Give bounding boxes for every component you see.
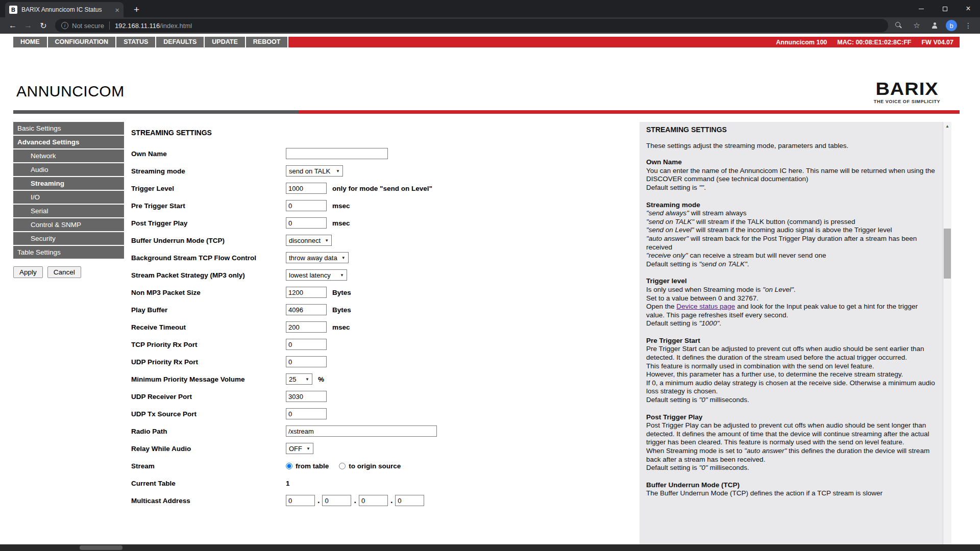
device-fw: FW V04.07: [921, 39, 953, 46]
help-text: .: [704, 184, 706, 191]
reload-button[interactable]: ↻: [36, 21, 51, 31]
zoom-button[interactable]: [892, 19, 905, 32]
sidebar-item-network[interactable]: Network: [13, 149, 124, 162]
back-button[interactable]: ←: [5, 21, 20, 30]
sidebar-item-advanced-settings[interactable]: Advanced Settings: [13, 136, 124, 148]
field-suffix-minimum-priority-message-volume: %: [318, 375, 324, 383]
multicast-address-octet-2[interactable]: [322, 495, 351, 506]
background-stream-tcp-flow-control-select[interactable]: throw away data▼: [286, 252, 349, 263]
stream-radio-to-origin-source[interactable]: [339, 463, 346, 469]
own-name-input[interactable]: [286, 148, 388, 159]
new-tab-button[interactable]: +: [134, 5, 139, 14]
stream-radio-from-table[interactable]: [286, 463, 292, 469]
udp-tx-source-port-input[interactable]: [286, 408, 327, 419]
horizontal-scrollbar[interactable]: [0, 544, 980, 551]
non-mp3-packet-size-input[interactable]: [286, 287, 327, 298]
help-scrollbar[interactable]: ▲ ▼: [943, 122, 951, 544]
favicon: B: [9, 6, 17, 14]
help-section-post-trigger-play: Post Trigger PlayPost Trigger Play can b…: [646, 413, 937, 472]
tab-close-icon[interactable]: ×: [115, 6, 119, 14]
multicast-address-octet-1[interactable]: [286, 495, 315, 506]
help-text: Default setting is: [646, 260, 699, 268]
menu-kebab-icon[interactable]: ⋮: [962, 19, 975, 32]
scroll-up-icon[interactable]: ▲: [943, 122, 951, 131]
field-label-buffer-underrun-mode-tcp: Buffer Underrun Mode (TCP): [131, 237, 286, 244]
cancel-button[interactable]: Cancel: [47, 266, 81, 278]
nav-item-status[interactable]: STATUS: [116, 37, 155, 47]
help-text: will stream if the TALK button (command)…: [694, 218, 855, 226]
nav-item-defaults[interactable]: DEFAULTS: [156, 37, 204, 47]
address-bar[interactable]: i Not secure 192.168.11.116/index.html: [55, 19, 888, 32]
device-info-bar: Annuncicom 100 MAC: 00:08:E1:02:8C:FF FW…: [288, 37, 960, 47]
scroll-thumb[interactable]: [944, 229, 951, 279]
pre-trigger-start-input[interactable]: [286, 200, 327, 211]
maximize-button[interactable]: [933, 0, 957, 17]
sidebar-item-streaming[interactable]: Streaming: [13, 177, 124, 190]
form-row-play-buffer: Play BufferBytes: [131, 304, 478, 316]
help-title: STREAMING SETTINGS: [646, 126, 937, 134]
help-text: Set to a value between 0 and 32767.: [646, 294, 758, 302]
play-buffer-input[interactable]: [286, 304, 327, 315]
multicast-address-octet-3[interactable]: [359, 495, 388, 506]
form-row-trigger-level: Trigger Levelonly for mode "send on Leve…: [131, 182, 478, 194]
help-line: Default setting is "".: [646, 184, 937, 192]
nav-menu: HOMECONFIGURATIONSTATUSDEFAULTSUPDATEREB…: [13, 37, 960, 47]
sidebar-item-security[interactable]: Security: [13, 232, 124, 245]
profile-avatar[interactable]: b: [946, 20, 957, 31]
close-button[interactable]: ×: [957, 0, 980, 17]
sidebar-item-i-o[interactable]: I/O: [13, 191, 124, 204]
settings-form: STREAMING SETTINGS Own NameStreaming mod…: [131, 122, 478, 512]
forward-button[interactable]: →: [20, 21, 36, 30]
sidebar-item-serial[interactable]: Serial: [13, 205, 124, 217]
nav-item-configuration[interactable]: CONFIGURATION: [48, 37, 116, 47]
help-text: Default setting is: [646, 464, 699, 471]
horizontal-scroll-thumb[interactable]: [80, 545, 122, 550]
minimum-priority-message-volume-select[interactable]: 25▼: [286, 373, 312, 385]
help-text: can receive a stream but will never send…: [688, 252, 826, 259]
chevron-down-icon: ▼: [340, 273, 344, 278]
apply-button[interactable]: Apply: [13, 266, 43, 278]
trigger-level-input[interactable]: [286, 183, 327, 194]
help-heading-buffer-underrun-mode-tcp: Buffer Underrun Mode (TCP): [646, 481, 937, 490]
field-label-stream: Stream: [131, 462, 286, 470]
receive-timeout-input[interactable]: [286, 321, 327, 333]
nav-item-reboot[interactable]: REBOOT: [246, 37, 287, 47]
relay-while-audio-select[interactable]: OFF▼: [286, 443, 313, 454]
form-row-non-mp3-packet-size: Non MP3 Packet SizeBytes: [131, 286, 478, 298]
nav-item-home[interactable]: HOME: [13, 37, 47, 47]
help-text: "0": [699, 464, 708, 471]
radio-path-input[interactable]: [286, 425, 437, 437]
browser-tab[interactable]: B BARIX Annuncicom IC Status ×: [5, 2, 124, 17]
bookmark-star-icon[interactable]: ☆: [910, 19, 923, 32]
buffer-underrun-mode-tcp-select[interactable]: disconnect▼: [286, 235, 332, 246]
minimize-icon: [919, 9, 924, 9]
selected-value: 25: [289, 375, 296, 383]
streaming-mode-select[interactable]: send on TALK▼: [286, 165, 343, 177]
divider: [13, 110, 960, 114]
help-line: "send always" will stream always: [646, 209, 937, 218]
sidebar: Basic SettingsAdvanced SettingsNetworkAu…: [13, 122, 124, 278]
help-line: Pre Trigger Start can be adjusted to pre…: [646, 345, 937, 362]
sidebar-item-table-settings[interactable]: Table Settings: [13, 246, 124, 259]
help-text: However, this parameter has a further us…: [646, 370, 903, 378]
info-icon[interactable]: i: [61, 22, 68, 29]
sidebar-item-audio[interactable]: Audio: [13, 163, 124, 176]
url-path: /index.html: [160, 22, 192, 30]
not-secure-label: Not secure: [72, 22, 104, 30]
sidebar-item-basic-settings[interactable]: Basic Settings: [13, 122, 124, 135]
post-trigger-play-input[interactable]: [286, 217, 327, 229]
person-button[interactable]: [928, 19, 941, 32]
multicast-address-octet-4[interactable]: [395, 495, 424, 506]
udp-receiver-port-input[interactable]: [286, 391, 327, 402]
stream-packet-strategy-mp3-only-select[interactable]: lowest latency▼: [286, 269, 347, 281]
logo-name: BARIX: [859, 80, 955, 97]
tcp-priority-rx-port-input[interactable]: [286, 339, 327, 350]
udp-priority-rx-port-input[interactable]: [286, 356, 327, 367]
sidebar-item-control-snmp[interactable]: Control & SNMP: [13, 218, 124, 231]
form-row-minimum-priority-message-volume: Minimum Priority Message Volume25▼%: [131, 373, 478, 385]
nav-item-update[interactable]: UPDATE: [205, 37, 244, 47]
field-suffix-non-mp3-packet-size: Bytes: [332, 289, 351, 296]
minimize-button[interactable]: [910, 0, 933, 17]
device-status-link[interactable]: Device status page: [676, 303, 735, 310]
selected-value: throw away data: [289, 254, 337, 262]
